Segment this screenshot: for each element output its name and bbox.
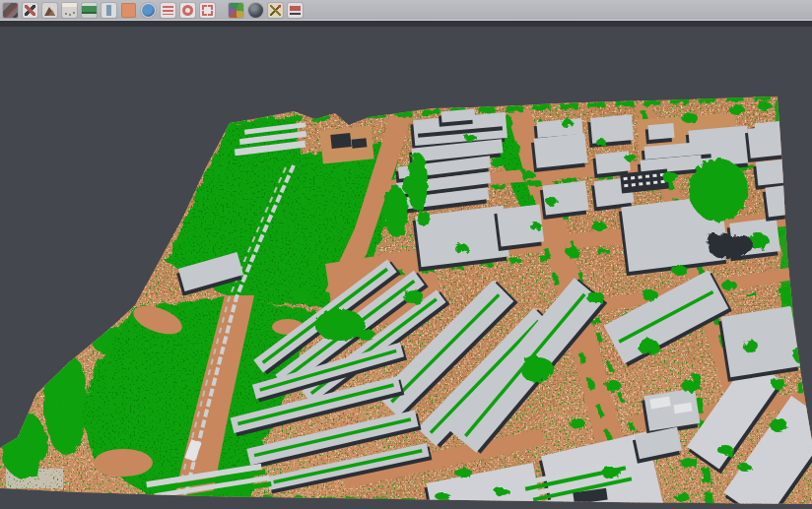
tree-blob bbox=[681, 458, 699, 468]
tree-blob bbox=[561, 119, 573, 127]
tree-blob bbox=[721, 281, 737, 290]
building-roof bbox=[439, 109, 476, 127]
tree-blob bbox=[772, 378, 785, 390]
tree-blob bbox=[565, 246, 578, 256]
tree-blob bbox=[605, 380, 621, 392]
tree-blob bbox=[404, 290, 424, 304]
tree-blob bbox=[495, 488, 510, 496]
tree-blob bbox=[717, 445, 733, 455]
measure-cross-icon[interactable] bbox=[268, 3, 283, 18]
tree-blob bbox=[625, 154, 637, 161]
color-mosaic-icon[interactable] bbox=[229, 3, 243, 18]
toolbar-shadow-strip bbox=[0, 21, 812, 27]
tree-blob bbox=[546, 198, 558, 206]
tree-blob bbox=[465, 134, 477, 142]
tree-blob bbox=[454, 243, 468, 253]
tree-blob bbox=[454, 468, 472, 477]
sphere-render-icon[interactable] bbox=[248, 3, 263, 18]
tree-blob bbox=[662, 171, 678, 183]
building-roof bbox=[644, 123, 675, 144]
tree-blob bbox=[770, 418, 787, 432]
orthophoto-tile-icon[interactable] bbox=[121, 3, 136, 18]
tree-blob bbox=[586, 291, 604, 303]
classification-edit-icon[interactable] bbox=[23, 3, 37, 18]
tree-blob bbox=[408, 153, 428, 212]
layer-stack-icon[interactable] bbox=[161, 3, 175, 18]
tree-blob bbox=[738, 464, 752, 472]
tree-blob bbox=[672, 266, 688, 276]
tree-blob bbox=[638, 339, 659, 354]
tree-blob bbox=[596, 139, 606, 147]
3d-viewport[interactable] bbox=[0, 27, 812, 509]
shadow-block bbox=[352, 138, 368, 149]
flag-marker-icon[interactable] bbox=[288, 3, 303, 18]
tree-blob bbox=[530, 223, 542, 230]
tree-blob bbox=[525, 171, 535, 179]
tree-blob bbox=[384, 186, 408, 237]
tree-blob bbox=[418, 210, 430, 227]
profile-panel-icon[interactable] bbox=[102, 3, 116, 18]
building-roof bbox=[531, 133, 588, 172]
tree-blob bbox=[729, 105, 745, 115]
building-roof bbox=[718, 306, 801, 382]
tree-blob bbox=[292, 288, 311, 302]
app-window bbox=[0, 0, 812, 509]
toolbar bbox=[0, 0, 812, 21]
tree-blob bbox=[520, 356, 554, 382]
globe-3d-icon[interactable] bbox=[141, 3, 156, 18]
tree-blob bbox=[643, 289, 658, 301]
terrain-surface-icon[interactable] bbox=[82, 3, 97, 18]
tree-blob bbox=[491, 158, 505, 167]
tree-blob bbox=[570, 418, 585, 428]
tree-blob bbox=[758, 101, 772, 111]
tree-blob bbox=[592, 222, 606, 231]
tree-blob bbox=[682, 112, 698, 124]
building-roof bbox=[587, 114, 634, 148]
tree-blob bbox=[681, 380, 699, 392]
tree-blob bbox=[601, 467, 621, 478]
mountain-dem-icon[interactable] bbox=[42, 3, 57, 18]
tree-blob bbox=[315, 309, 365, 341]
point-sampling-icon[interactable] bbox=[62, 3, 77, 18]
tree-blob bbox=[743, 341, 759, 352]
shadow-block bbox=[330, 133, 351, 149]
tree-blob bbox=[674, 493, 690, 501]
selection-bounds-icon[interactable] bbox=[200, 3, 215, 18]
image-texture-icon[interactable] bbox=[3, 3, 18, 18]
target-ring-icon[interactable] bbox=[180, 3, 195, 18]
tree-blob bbox=[689, 159, 748, 222]
